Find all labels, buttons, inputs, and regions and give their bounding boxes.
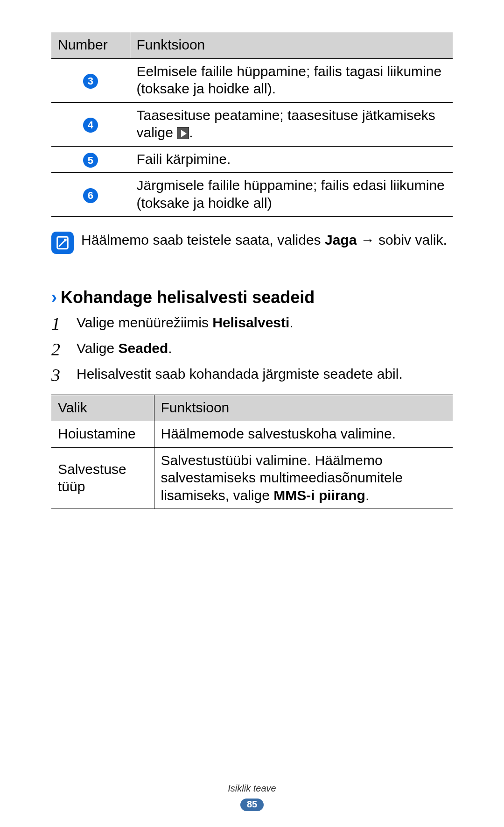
option-cell: Salvestuse tüüp <box>51 447 154 509</box>
table-row: 4 Taasesituse peatamine; taasesituse jät… <box>51 102 453 146</box>
table-header-number: Number <box>51 32 130 59</box>
table-header-row: Valik Funktsioon <box>51 395 453 421</box>
step-text-b: . <box>289 315 293 330</box>
row-desc-part-b: . <box>189 125 193 140</box>
row-number-cell: 5 <box>51 146 130 173</box>
table-header-function: Funktsioon <box>154 395 453 421</box>
table-row: Hoiustamine Häälmemode salvestuskoha val… <box>51 421 453 448</box>
row-number-cell: 4 <box>51 102 130 146</box>
step-number: 2 <box>51 336 70 363</box>
row-function-cell: Faili kärpimine. <box>130 146 453 173</box>
step-text-a: Helisalvestit saab kohandada järgmiste s… <box>77 366 403 382</box>
function-table: Number Funktsioon 3 Eelmisele failile hü… <box>51 32 453 217</box>
step-text-b: . <box>168 340 172 356</box>
table-header-row: Number Funktsioon <box>51 32 453 59</box>
row-function-cell: Järgmisele failile hüppamine; failis eda… <box>130 173 453 217</box>
row-number-cell: 6 <box>51 173 130 217</box>
step-text: Valige Seaded. <box>77 338 172 363</box>
step-number: 1 <box>51 310 70 338</box>
note-icon <box>51 232 74 254</box>
step-bold: Seaded <box>119 340 168 356</box>
row-function-cell: Eelmisele failile hüppamine; failis taga… <box>130 58 453 102</box>
circled-number-icon: 3 <box>83 74 98 89</box>
table-row: 3 Eelmisele failile hüppamine; failis ta… <box>51 58 453 102</box>
note-callout: Häälmemo saab teistele saata, valides Ja… <box>51 231 453 254</box>
list-item: 1 Valige menüürežiimis Helisalvesti. <box>51 312 453 338</box>
section-heading: › Kohandage helisalvesti seadeid <box>51 288 453 307</box>
table-header-function: Funktsioon <box>130 32 453 59</box>
note-text-b: sobiv valik. <box>378 232 447 247</box>
step-text-a: Valige menüürežiimis <box>77 315 212 330</box>
page-number-badge: 85 <box>240 799 264 811</box>
cell-text-b: . <box>365 488 369 503</box>
list-item: 3 Helisalvestit saab kohandada järgmiste… <box>51 363 453 389</box>
page-content: Number Funktsioon 3 Eelmisele failile hü… <box>0 0 504 509</box>
cell-text-a: Häälmemode salvestuskoha valimine. <box>161 426 396 441</box>
circled-number-icon: 5 <box>83 153 98 168</box>
note-text-a: Häälmemo saab teistele saata, valides <box>81 232 325 247</box>
page-footer: Isiklik teave 85 <box>0 783 504 811</box>
step-text-a: Valige <box>77 340 119 356</box>
step-bold: Helisalvesti <box>212 315 289 330</box>
table-row: 5 Faili kärpimine. <box>51 146 453 173</box>
chevron-right-icon: › <box>51 288 57 307</box>
list-item: 2 Valige Seaded. <box>51 338 453 363</box>
play-icon <box>177 127 189 139</box>
function-cell: Häälmemode salvestuskoha valimine. <box>154 421 453 448</box>
row-number-cell: 3 <box>51 58 130 102</box>
step-text: Helisalvestit saab kohandada järgmiste s… <box>77 363 403 389</box>
table-row: 6 Järgmisele failile hüppamine; failis e… <box>51 173 453 217</box>
function-cell: Salvestustüübi valimine. Häälmemo salves… <box>154 447 453 509</box>
section-title: Kohandage helisalvesti seadeid <box>61 288 315 307</box>
step-number: 3 <box>51 361 70 389</box>
circled-number-icon: 6 <box>83 188 98 203</box>
cell-bold: MMS-i piirang <box>273 488 365 503</box>
row-function-cell: Taasesituse peatamine; taasesituse jätka… <box>130 102 453 146</box>
steps-list: 1 Valige menüürežiimis Helisalvesti. 2 V… <box>51 312 453 389</box>
option-cell: Hoiustamine <box>51 421 154 448</box>
note-text: Häälmemo saab teistele saata, valides Ja… <box>81 231 447 250</box>
step-text: Valige menüürežiimis Helisalvesti. <box>77 312 294 338</box>
note-arrow: → <box>357 232 378 247</box>
table-header-option: Valik <box>51 395 154 421</box>
settings-table: Valik Funktsioon Hoiustamine Häälmemode … <box>51 395 453 509</box>
circled-number-icon: 4 <box>83 118 98 133</box>
note-bold: Jaga <box>325 232 357 247</box>
table-row: Salvestuse tüüp Salvestustüübi valimine.… <box>51 447 453 509</box>
footer-section-label: Isiklik teave <box>0 783 504 794</box>
